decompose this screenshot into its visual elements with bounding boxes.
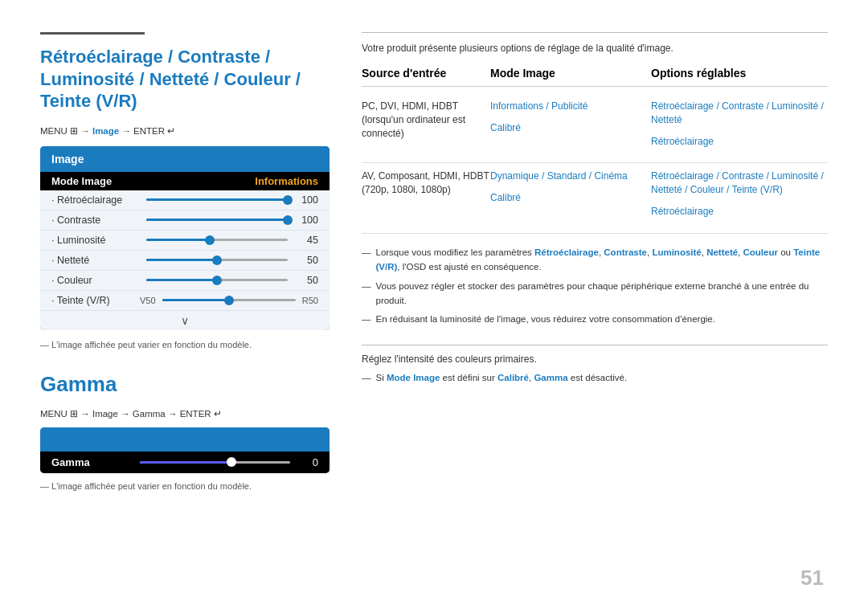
slider-thumb [283, 195, 293, 205]
source-text-2: AV, Composant, HDMI, HDBT (720p, 1080i, … [362, 170, 489, 195]
note-dash-3: — [362, 312, 371, 326]
item-value: 50 [294, 275, 318, 286]
gamma-panel: Gamma 0 [40, 427, 330, 473]
notes-section: — Lorsque vous modifiez les paramètres R… [362, 245, 828, 327]
note-text-3: En réduisant la luminosité de l'image, v… [376, 312, 715, 326]
section-title: Rétroéclairage / Contraste / Luminosité … [40, 46, 330, 112]
gamma-menu-image: Image [92, 409, 118, 419]
mode-link-1a: Informations / Publicité [490, 100, 651, 113]
teinte-label: · Teinte (V/R) [51, 295, 140, 306]
slider-thumb [224, 296, 234, 305]
right-column: Votre produit présente plusieurs options… [362, 32, 828, 581]
table-header: Source d'entrée Mode Image Options régla… [362, 67, 828, 87]
panel-item-couleur[interactable]: · Couleur 50 [40, 271, 330, 291]
gamma-menu-path: MENU ⊞ → Image → Gamma → ENTER ↵ [40, 408, 330, 419]
right-top-rule [362, 32, 828, 33]
teinte-v50: V50 [140, 296, 156, 305]
gamma-menu-gamma: Gamma [133, 409, 166, 419]
mode-link-1b: Calibré [490, 121, 651, 135]
chevron-row[interactable]: ∨ [40, 311, 330, 330]
panel-item-teinte[interactable]: · Teinte (V/R) V50 R50 [40, 291, 330, 311]
gamma-panel-row[interactable]: Gamma 0 [40, 452, 330, 473]
chevron-down-icon: ∨ [181, 314, 189, 327]
item-label: · Rétroéclairage [51, 194, 140, 206]
panel-item-contraste[interactable]: · Contraste 100 [40, 210, 330, 231]
slider-track[interactable] [146, 279, 288, 281]
item-label: · Couleur [51, 275, 140, 286]
panel-footnote: — L'image affichée peut varier en foncti… [40, 340, 330, 349]
slider-thumb [205, 235, 215, 245]
mode-link-2a: Dynamique / Standard / Cinéma [490, 170, 651, 183]
menu-keyword: MENU ⊞ [40, 126, 80, 136]
table-row-2: AV, Composant, HDMI, HDBT (720p, 1080i, … [362, 163, 828, 233]
panel-header: Image [40, 146, 330, 172]
gamma-value: 0 [298, 456, 318, 468]
col-options-header: Options réglables [651, 67, 828, 80]
gamma-slider-fill [140, 461, 230, 464]
item-label: · Contraste [51, 215, 140, 226]
image-panel: Image Mode Image Informations · Rétroécl… [40, 146, 330, 330]
menu-enter: ENTER ↵ [133, 126, 175, 136]
mode-link-2b: Calibré [490, 191, 651, 205]
mode-image-label: Mode Image [51, 175, 112, 187]
item-label: · Luminosité [51, 235, 140, 246]
panel-item-luminosite[interactable]: · Luminosité 45 [40, 231, 330, 251]
menu-image: Image [92, 126, 119, 136]
slider-track-teinte[interactable] [162, 299, 296, 301]
option-link-1b: Rétroéclairage [651, 135, 828, 149]
gamma-slider-track[interactable] [140, 461, 290, 464]
note-text-1: Lorsque vous modifiez les paramètres Rét… [376, 245, 829, 275]
cell-options-2: Rétroéclairage / Contraste / Luminosité … [651, 170, 828, 226]
note-item-1: — Lorsque vous modifiez les paramètres R… [362, 245, 828, 275]
note-item-3: — En réduisant la luminosité de l'image,… [362, 312, 828, 326]
gamma-right-intro: Réglez l'intensité des couleurs primaire… [362, 353, 828, 365]
slider-fill [146, 239, 210, 241]
slider-track[interactable] [146, 198, 288, 201]
teinte-r50: R50 [302, 296, 318, 305]
item-label: · Netteté [51, 255, 140, 266]
note-dash-1: — [362, 245, 371, 275]
slider-track[interactable] [146, 239, 288, 241]
note-dash-2: — [362, 279, 371, 309]
gamma-footnote: — L'image affichée peut varier en foncti… [40, 481, 330, 491]
col-source-header: Source d'entrée [362, 67, 490, 80]
right-intro: Votre produit présente plusieurs options… [362, 43, 828, 54]
slider-track[interactable] [146, 219, 288, 221]
slider-fill [146, 198, 288, 201]
col-mode-header: Mode Image [490, 67, 651, 80]
gamma-right-note: — Si Mode Image est défini sur Calibré, … [362, 371, 828, 385]
top-rule [40, 32, 145, 35]
gamma-panel-header [40, 427, 330, 452]
item-value: 45 [294, 235, 318, 246]
slider-thumb [283, 215, 293, 225]
gamma-menu-keyword: MENU ⊞ [40, 409, 80, 419]
cell-options-1: Rétroéclairage / Contraste / Luminosité … [651, 100, 828, 156]
option-link-2a: Rétroéclairage / Contraste / Luminosité … [651, 170, 828, 197]
cell-mode-1: Informations / Publicité Calibré [490, 100, 651, 156]
slider-thumb [212, 276, 222, 285]
panel-item-retroeclairage[interactable]: · Rétroéclairage 100 [40, 190, 330, 210]
slider-fill [146, 259, 217, 261]
item-value: 50 [294, 255, 318, 266]
note-item-2: — Vous pouvez régler et stocker des para… [362, 279, 828, 309]
cell-mode-2: Dynamique / Standard / Cinéma Calibré [490, 170, 651, 226]
mode-image-row[interactable]: Mode Image Informations [40, 172, 330, 190]
item-value: 100 [294, 194, 318, 206]
cell-source-2: AV, Composant, HDMI, HDBT (720p, 1080i, … [362, 170, 490, 226]
note-text-2: Vous pouvez régler et stocker des paramè… [376, 279, 829, 309]
cell-source-1: PC, DVI, HDMI, HDBT (lorsqu'un ordinateu… [362, 100, 490, 156]
table-row-1: PC, DVI, HDMI, HDBT (lorsqu'un ordinateu… [362, 93, 828, 163]
informations-label: Informations [255, 175, 318, 187]
gamma-note-text: Si Mode Image est défini sur Calibré, Ga… [376, 371, 628, 385]
slider-track[interactable] [146, 259, 288, 261]
right-divider-2 [362, 345, 828, 345]
item-value: 100 [294, 215, 318, 226]
source-text-1: PC, DVI, HDMI, HDBT (lorsqu'un ordinateu… [362, 100, 465, 139]
menu-path-1: MENU ⊞ → Image → ENTER ↵ [40, 125, 330, 137]
gamma-slider-thumb [227, 457, 236, 467]
panel-item-nettete[interactable]: · Netteté 50 [40, 251, 330, 271]
option-link-2b: Rétroéclairage [651, 205, 828, 219]
slider-fill [162, 299, 229, 301]
gamma-label: Gamma [51, 456, 132, 468]
gamma-menu-enter: ENTER ↵ [180, 409, 222, 419]
